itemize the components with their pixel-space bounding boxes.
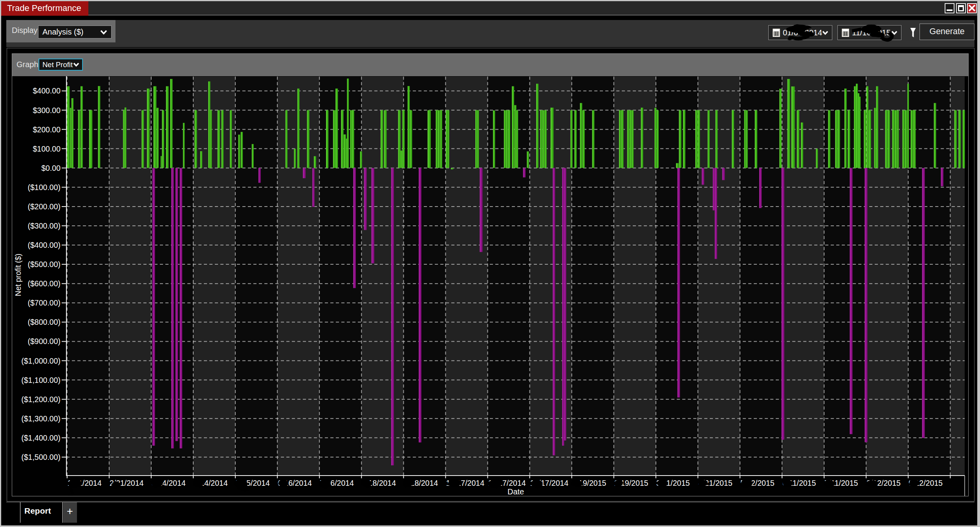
svg-text:($1,300.00): ($1,300.00) xyxy=(21,414,60,423)
svg-text:($500.00): ($500.00) xyxy=(28,260,60,269)
svg-text:($1,200.00): ($1,200.00) xyxy=(21,395,60,404)
svg-text:($200.00): ($200.00) xyxy=(28,202,60,211)
svg-text:($400.00): ($400.00) xyxy=(28,241,60,249)
svg-text:$0.00: $0.00 xyxy=(41,164,60,172)
svg-text:($900.00): ($900.00) xyxy=(28,337,60,346)
svg-text:($1,500.00): ($1,500.00) xyxy=(21,453,60,461)
svg-text:($800.00): ($800.00) xyxy=(28,318,60,326)
svg-text:Date: Date xyxy=(507,487,524,496)
svg-text:($700.00): ($700.00) xyxy=(28,298,60,307)
svg-text:Net profit ($): Net profit ($) xyxy=(14,254,22,296)
svg-text:($600.00): ($600.00) xyxy=(28,279,60,288)
svg-text:($1,100.00): ($1,100.00) xyxy=(21,376,60,384)
svg-text:($1,400.00): ($1,400.00) xyxy=(21,434,60,442)
svg-text:($100.00): ($100.00) xyxy=(28,183,60,192)
svg-text:$400.00: $400.00 xyxy=(33,86,61,95)
svg-text:($1,000.00): ($1,000.00) xyxy=(21,357,60,365)
svg-text:$100.00: $100.00 xyxy=(33,145,61,153)
svg-text:$200.00: $200.00 xyxy=(33,125,61,134)
svg-text:$300.00: $300.00 xyxy=(33,106,61,115)
svg-text:($300.00): ($300.00) xyxy=(28,221,60,230)
